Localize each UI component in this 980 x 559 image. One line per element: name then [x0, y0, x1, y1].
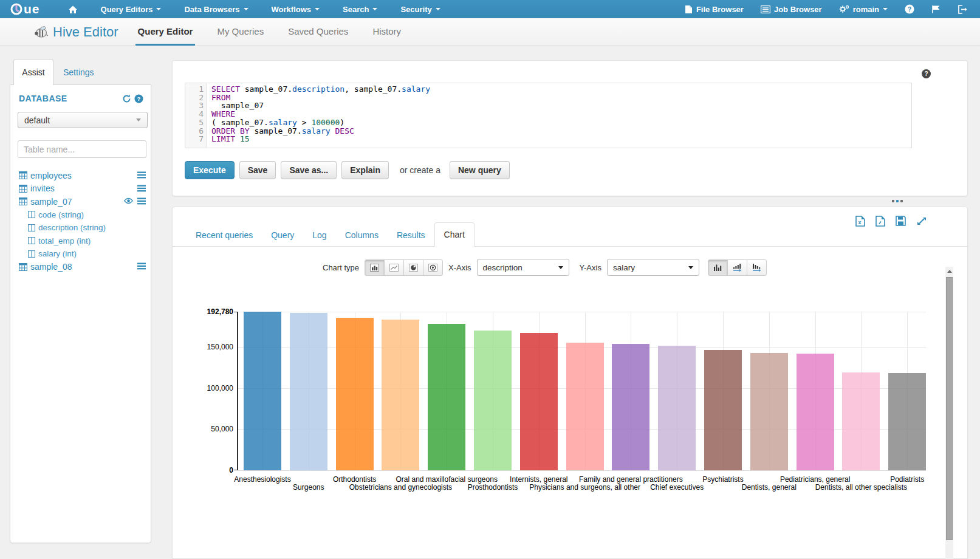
bar-14[interactable]	[842, 372, 880, 470]
scrollbar-thumb[interactable]	[946, 277, 953, 540]
table-details-button[interactable]	[137, 185, 146, 192]
new-query-button[interactable]: New query	[450, 161, 510, 179]
sql-code[interactable]: SELECT sample_07.description, sample_07.…	[207, 83, 430, 148]
column-row[interactable]: code (string)	[10, 208, 152, 221]
column-icon	[28, 250, 35, 258]
save-as-button[interactable]: Save as...	[281, 161, 337, 179]
bar-7[interactable]	[520, 333, 558, 470]
code-line: ( sample_07.salary > 100000)	[211, 118, 430, 127]
menu-workflows[interactable]: Workflows	[272, 5, 320, 14]
tab-query-editor[interactable]: Query Editor	[135, 18, 196, 46]
panel-resize-gripper[interactable]	[892, 200, 903, 202]
refresh-icon[interactable]	[122, 94, 131, 103]
menu-data-browsers[interactable]: Data Browsers	[184, 5, 248, 14]
tab-saved-queries[interactable]: Saved Queries	[286, 18, 351, 46]
file-browser-label: File Browser	[696, 5, 744, 14]
bar-5[interactable]	[428, 324, 465, 471]
x-category-label: Anesthesiologists	[234, 475, 290, 484]
file-browser-button[interactable]: File Browser	[685, 5, 744, 14]
bar-4[interactable]	[382, 320, 419, 471]
table-row[interactable]: employees	[10, 169, 152, 182]
assist-sidebar: Assist Settings DATABASE ? default emplo…	[10, 59, 151, 543]
column-row[interactable]: salary (int)	[10, 247, 152, 260]
menu-security[interactable]: Security	[400, 5, 440, 14]
menu-search[interactable]: Search	[343, 5, 377, 14]
user-menu[interactable]: romain	[839, 5, 888, 14]
database-select[interactable]: default	[18, 112, 148, 128]
save-button[interactable]: Save	[239, 161, 276, 179]
query-panel: ? 1234567 SELECT sample_07.description, …	[172, 60, 968, 196]
bar-12[interactable]	[750, 353, 788, 470]
help-icon: ?	[905, 4, 914, 14]
table-row[interactable]: invites	[10, 182, 152, 196]
job-browser-button[interactable]: Job Browser	[761, 5, 822, 14]
column-icon	[28, 211, 35, 218]
tab-my-queries[interactable]: My Queries	[214, 18, 266, 46]
x-category-label: Podiatrists	[890, 475, 924, 484]
x-category-label: Chief executives	[650, 483, 704, 492]
table-details-button[interactable]	[137, 197, 146, 205]
logout-button[interactable]	[958, 5, 968, 14]
editor-help-icon[interactable]: ?	[922, 69, 931, 78]
code-line: SELECT sample_07.description, sample_07.…	[211, 85, 430, 94]
bar-10[interactable]	[658, 346, 696, 470]
table-name: sample_07	[30, 197, 72, 207]
chart-scrollbar[interactable]	[945, 267, 953, 559]
flag-icon	[931, 5, 941, 13]
y-tick-label: 192,780	[190, 307, 233, 316]
feedback-button[interactable]	[931, 5, 941, 13]
hue-logo[interactable]: ue	[10, 2, 40, 16]
x-category-label: Pediatricians, general	[780, 475, 850, 484]
tab-assist[interactable]: Assist	[13, 59, 53, 85]
explain-button[interactable]: Explain	[341, 161, 389, 179]
caret-down-icon	[883, 8, 888, 10]
table-filter-input[interactable]	[18, 140, 146, 158]
code-line: WHERE	[211, 110, 430, 118]
bar-8[interactable]	[566, 343, 604, 470]
list-panel-icon	[761, 5, 770, 13]
results-panel: Recent queries Query Log Columns Results…	[172, 207, 968, 559]
tab-settings[interactable]: Settings	[63, 59, 94, 85]
line-number: 3	[185, 101, 204, 110]
x-category-label: Surgeons	[293, 483, 324, 492]
scrollbar-up-button[interactable]	[945, 267, 953, 276]
tab-history[interactable]: History	[370, 18, 403, 46]
table-details-button[interactable]	[137, 262, 146, 270]
home-button[interactable]	[68, 5, 78, 14]
line-number: 2	[185, 94, 204, 102]
table-icon	[19, 197, 27, 205]
code-line: LIMIT 15	[211, 135, 430, 143]
sql-editor[interactable]: 1234567 SELECT sample_07.description, sa…	[185, 83, 912, 148]
bar-9[interactable]	[612, 344, 649, 470]
hue-logo-text: ue	[24, 2, 40, 16]
menu-label: Security	[400, 5, 431, 14]
caret-down-icon	[315, 8, 320, 10]
editor-tabs: Query Editor My Queries Saved Queries Hi…	[135, 18, 403, 46]
bar-2[interactable]	[290, 313, 327, 470]
bar-13[interactable]	[797, 354, 834, 470]
bar-11[interactable]	[704, 350, 742, 470]
table-row[interactable]: sample_07	[10, 195, 152, 208]
line-numbers-gutter: 1234567	[185, 83, 207, 148]
preview-eye-button[interactable]	[124, 197, 133, 205]
column-row[interactable]: description (string)	[10, 221, 152, 234]
execute-button[interactable]: Execute	[185, 161, 235, 179]
bar-6[interactable]	[474, 331, 512, 470]
menu-label: Data Browsers	[184, 5, 239, 14]
app-header: Hive Editor Query Editor My Queries Save…	[0, 18, 980, 46]
menu-query-editors[interactable]: Query Editors	[101, 5, 162, 14]
table-details-button[interactable]	[137, 171, 146, 179]
column-row[interactable]: total_emp (int)	[10, 235, 152, 247]
table-row[interactable]: sample_08	[10, 260, 152, 273]
table-icon	[19, 263, 27, 271]
database-help-icon[interactable]: ?	[134, 94, 143, 103]
table-icon	[19, 171, 27, 179]
svg-text:?: ?	[137, 95, 141, 102]
bar-1[interactable]	[244, 312, 281, 470]
y-tick-label: 100,000	[190, 384, 233, 393]
page-title: Hive Editor	[53, 24, 118, 40]
bar-3[interactable]	[336, 318, 374, 470]
bar-15[interactable]	[888, 373, 926, 470]
help-button[interactable]: ?	[905, 4, 914, 14]
x-category-label: Prosthodontists	[468, 483, 518, 492]
